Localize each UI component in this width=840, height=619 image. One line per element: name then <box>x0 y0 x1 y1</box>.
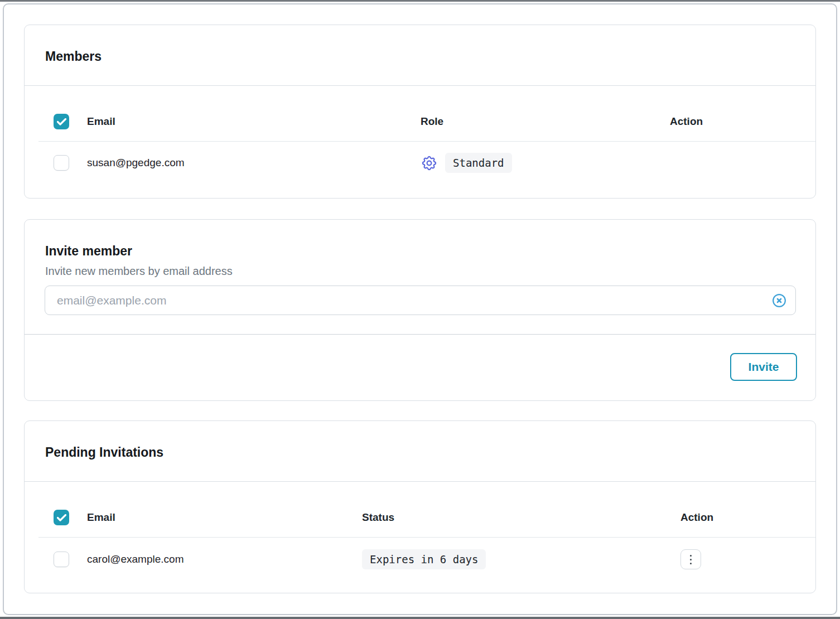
members-col-role: Role <box>421 115 670 128</box>
page-frame: Members Email Role Action susan@pgedge.c… <box>3 3 837 615</box>
pending-table-header: Email Status Action <box>25 482 815 537</box>
kebab-dot <box>690 563 692 565</box>
role-badge: Standard <box>445 153 512 173</box>
window-top-edge <box>0 0 840 2</box>
members-col-email: Email <box>87 115 421 128</box>
row-checkbox[interactable] <box>54 552 69 567</box>
pending-col-email: Email <box>87 511 362 524</box>
invite-email-input[interactable] <box>45 286 796 315</box>
members-col-action: Action <box>670 115 799 128</box>
invite-subtitle: Invite new members by email address <box>25 259 815 278</box>
select-all-checkbox[interactable] <box>54 510 69 525</box>
check-icon <box>57 514 66 521</box>
members-table-header: Email Role Action <box>25 86 815 141</box>
gear-icon[interactable] <box>421 154 438 172</box>
invite-title: Invite member <box>25 220 815 259</box>
member-row: susan@pgedge.com Standard <box>25 142 815 199</box>
pending-invitations-card: Pending Invitations Email Status Action … <box>24 420 816 593</box>
pending-email: carol@example.com <box>87 553 362 565</box>
invite-input-wrap <box>45 286 796 315</box>
kebab-dot <box>690 555 692 557</box>
member-role-cell: Standard <box>421 153 670 173</box>
check-icon <box>57 118 66 125</box>
kebab-menu-button[interactable] <box>680 549 701 569</box>
pending-title: Pending Invitations <box>25 421 815 460</box>
pending-action-cell <box>680 549 799 569</box>
members-title: Members <box>25 25 815 64</box>
row-checkbox[interactable] <box>54 155 69 171</box>
window-bottom-edge <box>0 617 840 619</box>
pending-status-cell: Expires in 6 days <box>362 549 680 569</box>
members-card: Members Email Role Action susan@pgedge.c… <box>24 25 816 199</box>
invite-button[interactable]: Invite <box>730 353 797 381</box>
member-email: susan@pgedge.com <box>87 157 421 169</box>
circle-x-icon <box>771 293 787 308</box>
select-all-checkbox[interactable] <box>54 114 69 129</box>
pending-col-action: Action <box>680 511 799 524</box>
kebab-dot <box>690 559 692 561</box>
status-badge: Expires in 6 days <box>362 549 486 569</box>
pending-col-status: Status <box>362 511 680 524</box>
pending-row: carol@example.com Expires in 6 days <box>25 538 815 595</box>
invite-footer: Invite <box>25 335 815 381</box>
invite-card: Invite member Invite new members by emai… <box>24 219 816 401</box>
clear-input-button[interactable] <box>771 293 787 308</box>
